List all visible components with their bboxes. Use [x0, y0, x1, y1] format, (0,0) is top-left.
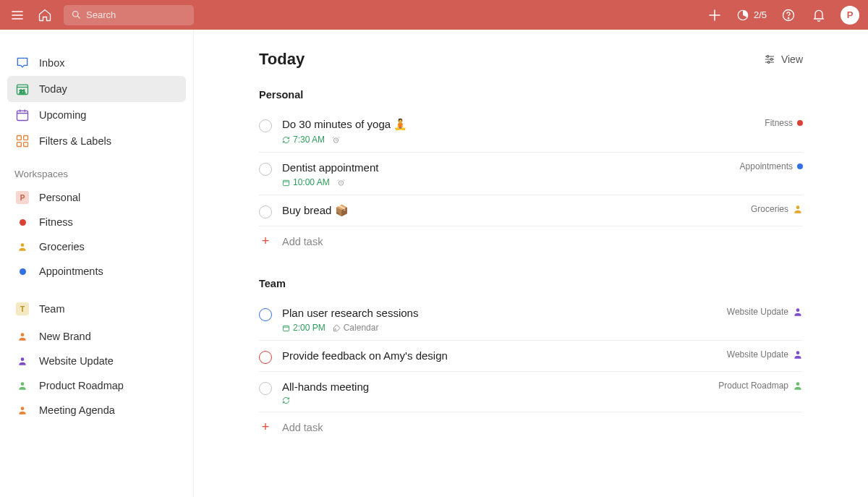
- workspace-icon: [14, 378, 30, 394]
- grid-icon: [14, 133, 30, 149]
- task-checkbox[interactable]: [259, 163, 272, 176]
- task-checkbox[interactable]: [259, 205, 272, 218]
- task-row[interactable]: Provide feedback on Amy's designWebsite …: [259, 341, 803, 372]
- task-checkbox[interactable]: [259, 119, 272, 132]
- task-label: Calendar: [333, 323, 379, 333]
- nav-label: Today: [39, 83, 67, 95]
- add-task-label: Add task: [282, 422, 323, 433]
- svg-rect-8: [24, 136, 28, 140]
- add-task-label: Add task: [282, 236, 323, 247]
- task-body: Buy bread 📦: [282, 204, 741, 217]
- task-row[interactable]: All-hands meetingProduct Roadmap: [259, 372, 803, 412]
- workspace-icon: [14, 328, 30, 344]
- topbar-left: Search: [9, 5, 194, 25]
- task-project[interactable]: Fitness: [765, 118, 803, 128]
- task-meta: 7:30 AM: [282, 135, 754, 145]
- task-section-team: TeamPlan user research sessions2:00 PMCa…: [259, 278, 803, 442]
- task-title: Dentist appointment: [282, 161, 730, 174]
- sliders-icon: [764, 54, 775, 65]
- today-icon: 21: [14, 81, 30, 97]
- workspace-item-new-brand[interactable]: New Brand: [7, 324, 186, 349]
- workspaces-heading: Workspaces: [7, 154, 186, 185]
- workspace-label: Team: [39, 303, 64, 315]
- sidebar: Inbox21TodayUpcomingFilters & Labels Wor…: [0, 30, 194, 497]
- task-checkbox[interactable]: [259, 382, 272, 395]
- workspace-label: Appointments: [39, 266, 103, 277]
- workspace-label: Website Update: [39, 355, 114, 367]
- nav-item-today[interactable]: 21Today: [7, 76, 186, 102]
- task-checkbox[interactable]: [259, 351, 272, 364]
- task-row[interactable]: Buy bread 📦Groceries: [259, 195, 803, 226]
- svg-rect-23: [283, 326, 289, 331]
- task-body: All-hands meeting: [282, 381, 708, 404]
- workspace-item-appointments[interactable]: Appointments: [7, 259, 186, 284]
- main-header: Today View: [259, 50, 803, 69]
- task-row[interactable]: Plan user research sessions2:00 PMCalend…: [259, 298, 803, 341]
- workspace-item-groceries[interactable]: Groceries: [7, 234, 186, 259]
- task-title: All-hands meeting: [282, 381, 708, 393]
- notifications-button[interactable]: [810, 7, 827, 24]
- svg-rect-7: [17, 136, 22, 140]
- nav-item-filters-labels[interactable]: Filters & Labels: [7, 128, 186, 154]
- workspace-item-fitness[interactable]: Fitness: [7, 210, 186, 234]
- help-button[interactable]: [780, 7, 797, 24]
- workspace-icon: [14, 214, 30, 230]
- task-row[interactable]: Do 30 minutes of yoga 🧘7:30 AMFitness: [259, 109, 803, 153]
- task-project[interactable]: Product Roadmap: [718, 381, 803, 391]
- plus-icon: +: [259, 420, 272, 435]
- avatar-initial: P: [847, 9, 854, 20]
- workspace-icon: [14, 353, 30, 369]
- task-title: Plan user research sessions: [282, 307, 717, 319]
- svg-rect-10: [24, 143, 28, 147]
- task-reminder: [332, 136, 340, 144]
- page-title: Today: [259, 50, 305, 69]
- workspace-item-meeting-agenda[interactable]: Meeting Agenda: [7, 398, 186, 422]
- task-project[interactable]: Website Update: [727, 307, 803, 317]
- plus-icon: [707, 8, 722, 22]
- add-task-button[interactable]: +Add task: [259, 412, 803, 442]
- task-project[interactable]: Appointments: [740, 161, 803, 171]
- nav-item-inbox[interactable]: Inbox: [7, 50, 186, 76]
- section-title: Personal: [259, 89, 803, 101]
- workspace-item-personal[interactable]: PPersonal: [7, 185, 186, 210]
- svg-point-17: [770, 59, 773, 61]
- task-title: Provide feedback on Amy's design: [282, 349, 717, 362]
- task-checkbox[interactable]: [259, 308, 272, 321]
- nav-item-upcoming[interactable]: Upcoming: [7, 102, 186, 128]
- add-task-button[interactable]: +Add task: [259, 226, 803, 256]
- task-section-personal: PersonalDo 30 minutes of yoga 🧘7:30 AMFi…: [259, 89, 803, 256]
- usage-text: 2/5: [754, 9, 767, 20]
- search-input[interactable]: Search: [64, 5, 194, 25]
- task-row[interactable]: Dentist appointment10:00 AMAppointments: [259, 153, 803, 195]
- search-icon: [71, 9, 82, 20]
- task-right: Product Roadmap: [718, 381, 803, 391]
- svg-text:21: 21: [20, 88, 25, 95]
- hamburger-icon: [10, 8, 25, 22]
- svg-point-24: [335, 328, 336, 329]
- workspace-item-website-update[interactable]: Website Update: [7, 349, 186, 373]
- task-right: Website Update: [727, 307, 803, 317]
- home-button[interactable]: [36, 7, 54, 24]
- workspace-item-team[interactable]: TTeam: [7, 297, 186, 321]
- quick-add-button[interactable]: [706, 7, 723, 24]
- svg-rect-9: [17, 143, 22, 147]
- home-icon: [38, 8, 52, 22]
- avatar[interactable]: P: [841, 6, 859, 25]
- menu-button[interactable]: [9, 7, 26, 24]
- task-body: Dentist appointment10:00 AM: [282, 161, 730, 187]
- progress-icon: [736, 9, 749, 22]
- workspace-item-product-roadmap[interactable]: Product Roadmap: [7, 373, 186, 398]
- svg-point-27: [796, 382, 800, 386]
- task-body: Provide feedback on Amy's design: [282, 349, 717, 362]
- svg-point-15: [21, 407, 25, 410]
- view-button[interactable]: View: [764, 54, 803, 65]
- task-meta: [282, 396, 708, 404]
- task-project-name: Appointments: [740, 161, 793, 171]
- view-label: View: [781, 54, 803, 65]
- task-project[interactable]: Groceries: [751, 204, 803, 214]
- task-project[interactable]: Website Update: [727, 349, 803, 360]
- svg-rect-20: [283, 180, 289, 185]
- usage-indicator[interactable]: 2/5: [736, 9, 767, 22]
- topbar-right: 2/5 P: [706, 6, 859, 25]
- task-meta: 2:00 PMCalendar: [282, 323, 717, 333]
